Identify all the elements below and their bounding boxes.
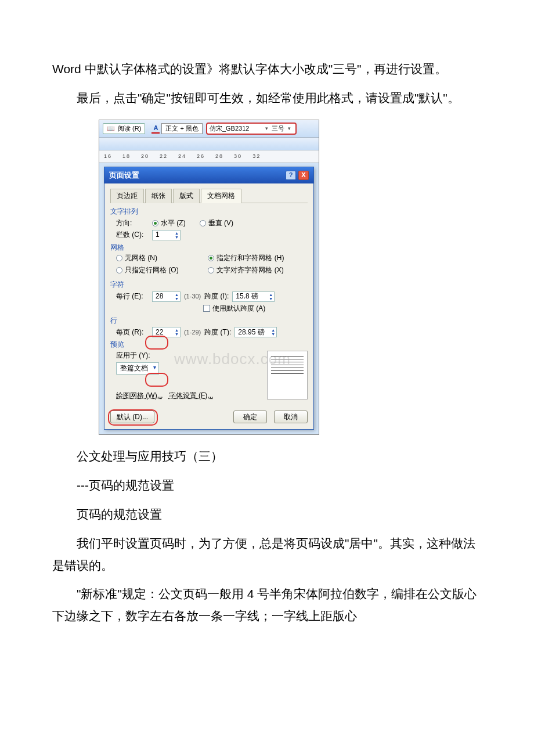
per-page-range: (1-29) [184, 328, 201, 337]
paragraph-5: 页码的规范设置 [52, 503, 482, 525]
per-line-label: 每行 (E): [116, 291, 152, 301]
word-toolbar: 📖 阅读 (R) A 正文 + 黑色 仿宋_GB2312 ▾ 三号 ▾ [99, 120, 319, 138]
default-button[interactable]: 默认 (D)... [110, 411, 154, 424]
tab-doc-grid[interactable]: 文档网格 [201, 189, 241, 203]
line-span-spinner[interactable]: 28.95 磅 ▲▼ [234, 327, 277, 337]
ruler-tick: 24 [178, 153, 186, 160]
radio-line-char-grid[interactable]: 指定行和字符网格 (H) [208, 253, 300, 263]
per-page-spinner[interactable]: 22 ▲▼ [152, 327, 181, 337]
spinner-arrows-icon[interactable]: ▲▼ [271, 328, 275, 336]
ruler-tick: 18 [122, 153, 131, 160]
read-button[interactable]: 📖 阅读 (R) [103, 123, 145, 134]
ruler: 16 18 20 22 24 26 28 30 32 [99, 150, 319, 163]
paragraph-4: ---页码的规范设置 [52, 474, 482, 496]
tab-paper[interactable]: 纸张 [145, 189, 172, 203]
ruler-tick: 22 [160, 153, 168, 160]
ruler-tick: 32 [252, 153, 261, 160]
ruler-tick: 20 [141, 153, 149, 160]
group-label: 字符 [110, 280, 308, 290]
radio-icon [208, 267, 214, 273]
checkbox-icon[interactable] [203, 305, 210, 312]
spinner-arrows-icon[interactable]: ▲▼ [175, 328, 179, 336]
char-span-label: 跨度 (I): [204, 291, 229, 301]
group-grid: 网格 无网格 (N) 指定行和字符网格 (H) 只指定行网格 (O) [110, 243, 308, 278]
use-default-span-label: 使用默认跨度 (A) [212, 304, 265, 314]
radio-icon [200, 220, 206, 226]
char-span-spinner[interactable]: 15.8 磅 ▲▼ [232, 291, 275, 302]
font-size-field[interactable]: 三号 [270, 124, 286, 133]
ok-button[interactable]: 确定 [233, 411, 267, 424]
spinner-arrows-icon[interactable]: ▲▼ [175, 293, 179, 301]
font-settings-button[interactable]: 字体设置 (F)... [169, 391, 214, 401]
style-selector[interactable]: 正文 + 黑色 [161, 123, 203, 134]
word-screenshot: 📖 阅读 (R) A 正文 + 黑色 仿宋_GB2312 ▾ 三号 ▾ 16 1… [99, 120, 319, 435]
dialog-body: 页边距 纸张 版式 文档网格 文字排列 方向: 水平 (Z) 垂直 (V) [104, 183, 313, 429]
paragraph-7: "新标准"规定：公文页码一般用 4 号半角宋体阿拉伯数字，编排在公文版心下边缘之… [52, 583, 482, 627]
radio-icon [116, 267, 122, 273]
group-text-arrange: 文字排列 方向: 水平 (Z) 垂直 (V) 栏数 (C): 1 [110, 207, 308, 240]
group-label: 文字排列 [110, 207, 308, 217]
columns-spinner[interactable]: 1 ▲▼ [152, 230, 181, 240]
chevron-down-icon[interactable]: ▾ [265, 125, 268, 132]
dialog-title: 页面设置 [109, 170, 286, 181]
group-label: 行 [110, 316, 308, 326]
paragraph-6: 我们平时设置页码时，为了方便，总是将页码设成"居中"。其实，这种做法是错误的。 [52, 532, 482, 577]
line-span-label: 跨度 (T): [204, 327, 231, 337]
font-color-icon[interactable]: A [151, 124, 160, 134]
close-icon[interactable]: X [298, 171, 309, 180]
radio-icon [152, 220, 158, 226]
paragraph-2: 最后，点击"确定"按钮即可生效，如经常使用此格式，请设置成"默认"。 [52, 87, 482, 109]
drawing-grid-button[interactable]: 绘图网格 (W)... [116, 391, 163, 401]
ruler-tick: 30 [234, 153, 242, 160]
radio-horizontal[interactable]: 水平 (Z) [152, 218, 186, 228]
book-icon: 📖 [107, 125, 115, 132]
columns-label: 栏数 (C): [116, 230, 152, 240]
ruler-tick: 16 [104, 153, 112, 160]
preview-thumbnail [267, 351, 308, 399]
group-label: 网格 [110, 243, 308, 253]
cancel-button[interactable]: 取消 [274, 411, 308, 424]
chevron-down-icon[interactable]: ▾ [288, 125, 291, 132]
radio-icon [208, 255, 214, 261]
per-line-spinner[interactable]: 28 ▲▼ [152, 291, 181, 302]
per-line-range: (1-30) [184, 292, 201, 301]
group-lines: 行 每页 (R): 22 ▲▼ (1-29) 跨度 (T): 28.95 磅 ▲… [110, 316, 308, 338]
group-label: 预览 [110, 340, 308, 350]
apply-to-select[interactable]: 整篇文档 [116, 362, 159, 375]
font-controls-highlight: 仿宋_GB2312 ▾ 三号 ▾ [206, 123, 297, 135]
radio-vertical[interactable]: 垂直 (V) [200, 218, 233, 228]
direction-label: 方向: [116, 218, 152, 228]
dialog-footer: 默认 (D)... 确定 取消 [110, 411, 308, 424]
per-page-label: 每页 (R): [116, 327, 152, 337]
radio-line-only[interactable]: 只指定行网格 (O) [116, 265, 208, 275]
group-preview: 预览 应用于 (Y): 整篇文档 绘图网格 (W)... 字体设置 (F)... [110, 340, 308, 402]
tab-margins[interactable]: 页边距 [110, 189, 144, 203]
dialog-titlebar: 页面设置 ? X [104, 167, 313, 183]
radio-icon [116, 255, 122, 261]
dialog-tabs: 页边距 纸张 版式 文档网格 [110, 188, 308, 203]
radio-align-char[interactable]: 文字对齐字符网格 (X) [208, 265, 300, 275]
ruler-tick: 26 [197, 153, 205, 160]
paragraph-1: Word 中默认字体格式的设置》将默认字体大小改成"三号"，再进行设置。 [52, 58, 482, 80]
tab-layout[interactable]: 版式 [173, 189, 200, 203]
read-button-label: 阅读 (R) [118, 125, 141, 132]
ruler-tick: 28 [215, 153, 223, 160]
apply-to-label: 应用于 (Y): [116, 351, 150, 361]
spinner-arrows-icon[interactable]: ▲▼ [269, 293, 273, 301]
spinner-arrows-icon[interactable]: ▲▼ [175, 231, 179, 239]
paragraph-3: 公文处理与应用技巧（三） [52, 445, 482, 467]
help-icon[interactable]: ? [286, 171, 296, 180]
radio-no-grid[interactable]: 无网格 (N) [116, 253, 208, 263]
font-name-field[interactable]: 仿宋_GB2312 [210, 124, 263, 133]
group-characters: 字符 每行 (E): 28 ▲▼ (1-30) 跨度 (I): 15.8 磅 ▲… [110, 280, 308, 314]
page-setup-dialog: 页面设置 ? X 页边距 纸张 版式 文档网格 文字排列 方向: 水平 (Z) [104, 167, 314, 430]
toolbar-spacer [99, 138, 319, 150]
